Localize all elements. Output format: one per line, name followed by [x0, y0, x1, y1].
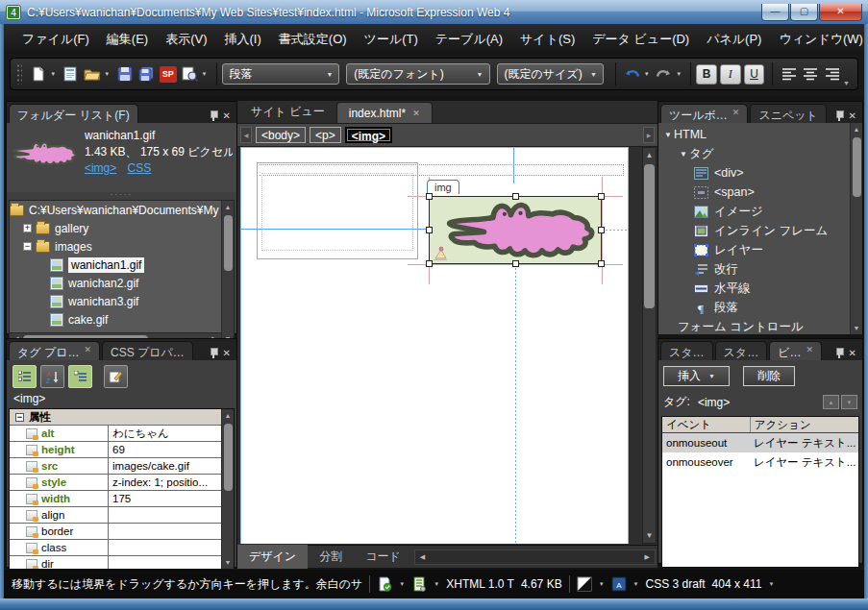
code-errors-icon[interactable] [411, 576, 427, 592]
move-down-button[interactable]: ▼ [841, 395, 857, 409]
resize-handle-se[interactable] [598, 260, 605, 267]
categorized-view-button[interactable] [12, 365, 37, 388]
scroll-thumb[interactable] [224, 424, 233, 491]
quicktag-scroll-left[interactable]: ◀ [240, 127, 252, 143]
tag-properties-tab[interactable]: タグ プロ… ✕ [9, 341, 100, 360]
maximize-button[interactable]: ▢ [790, 4, 818, 21]
scroll-thumb[interactable] [224, 215, 233, 271]
menu-item[interactable]: データ ビュー(D) [583, 26, 698, 53]
empty-layer-box[interactable] [257, 162, 418, 259]
toolbox-vertical-scrollbar[interactable]: ▲ ▼ [850, 123, 862, 334]
folder-list-tab[interactable]: フォルダー リスト(F) [9, 104, 138, 123]
panel-splitter[interactable]: ····· [7, 192, 236, 200]
bold-button[interactable]: B [696, 64, 717, 85]
scroll-right-icon[interactable]: ▶ [640, 553, 655, 561]
superpreview-button[interactable]: SP [157, 62, 179, 85]
attribute-row[interactable]: height69 [10, 442, 221, 458]
scroll-thumb[interactable] [644, 164, 655, 308]
close-icon[interactable]: ✕ [223, 348, 231, 358]
close-icon[interactable]: ✕ [732, 108, 740, 123]
toolbox-item-レイヤー[interactable]: レイヤー [662, 240, 849, 259]
underline-button[interactable]: U [744, 64, 765, 85]
css-mode-icon[interactable]: A [611, 576, 627, 592]
italic-button[interactable]: I [720, 64, 741, 85]
resize-handle-w[interactable] [426, 227, 433, 233]
menu-item[interactable]: ウィンドウ(W) [770, 26, 868, 53]
design-view-tab[interactable]: デザイン [237, 545, 308, 569]
attribute-row[interactable]: align [10, 507, 221, 524]
design-canvas[interactable]: img [240, 147, 629, 544]
menu-item[interactable]: 挿入(I) [216, 26, 270, 53]
toolbox-item-改行[interactable]: 改行 [662, 259, 849, 279]
toolbox-item-段落[interactable]: ¶段落 [662, 298, 849, 317]
chevron-down-icon[interactable]: ▼ [434, 581, 439, 587]
resize-handle-ne[interactable] [598, 193, 605, 200]
list-item-file[interactable]: cake.gif [10, 310, 221, 329]
attribute-row[interactable]: altわにちゃん [10, 426, 221, 442]
redo-dropdown[interactable]: ▼ [676, 71, 682, 77]
close-icon[interactable]: ✕ [412, 109, 420, 118]
page-dimensions-indicator[interactable]: 404 x 411 [712, 577, 762, 591]
save-all-button[interactable] [136, 62, 158, 85]
split-view-tab[interactable]: 分割 [308, 545, 354, 569]
toolbar-overflow-dropdown[interactable]: ▼ [843, 80, 852, 89]
site-view-tab[interactable]: サイト ビュー [239, 100, 336, 123]
scroll-up-icon[interactable]: ▲ [225, 409, 232, 422]
table-row[interactable]: onmouseoutレイヤー テキスト... [662, 433, 858, 452]
toolbox-item-水平線[interactable]: 水平線 [662, 279, 849, 298]
open-button[interactable] [82, 62, 104, 85]
list-item-file[interactable]: wanichan3.gif [10, 292, 221, 310]
toolbox-group-tags[interactable]: ▼タグ [662, 144, 849, 163]
editor-vertical-scrollbar[interactable]: ▲ ▼ [642, 147, 657, 544]
attributes-vertical-scrollbar[interactable]: ▲ ▼ [221, 409, 234, 569]
compatibility-check-icon[interactable] [377, 576, 392, 592]
menu-item[interactable]: 表示(V) [157, 26, 215, 53]
menu-item[interactable]: 書式設定(O) [270, 26, 356, 53]
img-tag-link[interactable]: <img> [85, 161, 116, 175]
css-schema-indicator[interactable]: CSS 3 draft [646, 577, 706, 591]
scroll-down-icon[interactable]: ▼ [854, 322, 860, 334]
attribute-row[interactable]: border [10, 524, 221, 540]
attribute-value-cell[interactable]: z-index: 1; positio... [109, 476, 221, 488]
toolbox-tab[interactable]: ツールボ… ✕ [660, 104, 748, 123]
menu-item[interactable]: テーブル(A) [427, 26, 511, 53]
close-icon[interactable]: ✕ [849, 110, 856, 121]
style-dropdown[interactable]: 段落 ▼ [222, 63, 340, 85]
list-item-file[interactable]: wanichan1.gif [10, 256, 221, 274]
scroll-up-icon[interactable]: ▲ [225, 201, 232, 213]
toolbox-item-div[interactable]: <div> [662, 163, 849, 183]
chevron-down-icon[interactable]: ▼ [599, 581, 605, 587]
resize-handle-nw[interactable] [426, 193, 433, 200]
minimize-button[interactable]: — [761, 4, 789, 21]
folder-tree-vertical-scrollbar[interactable]: ▲ ▼ [221, 201, 234, 345]
attribute-value-cell[interactable]: 175 [109, 493, 221, 504]
menu-item[interactable]: ツール(T) [356, 26, 427, 53]
document-tab[interactable]: index.html* ✕ [336, 102, 433, 123]
pin-icon[interactable] [835, 348, 843, 358]
preview-in-browser-button[interactable] [179, 62, 201, 85]
alphabetical-sort-button[interactable]: AZ [40, 365, 64, 388]
toolbox-item-cutoff[interactable]: フォーム コントロール [662, 317, 849, 334]
move-up-button[interactable]: ▲ [823, 395, 839, 409]
align-left-button[interactable] [778, 62, 800, 85]
table-row[interactable]: onmouseoverレイヤー テキスト... [662, 452, 858, 472]
delete-behavior-button[interactable]: 削除 [743, 366, 795, 386]
attribute-row[interactable]: srcimages/cake.gif [10, 458, 221, 475]
menu-item[interactable]: サイト(S) [511, 26, 583, 53]
css-properties-tab[interactable]: CSS プロパ… [102, 341, 193, 360]
resize-handle-e[interactable] [598, 227, 605, 233]
chevron-down-icon[interactable]: ▼ [399, 581, 405, 587]
close-icon[interactable]: ✕ [84, 345, 91, 360]
breadcrumb-p-tag[interactable]: <p> [310, 127, 341, 143]
css-link[interactable]: CSS [128, 161, 152, 175]
toolbox-group-html[interactable]: ▼HTML [662, 125, 849, 144]
style-application-tab[interactable]: スタ… [715, 341, 768, 360]
snippets-tab[interactable]: スニペット [750, 104, 826, 123]
open-dropdown[interactable]: ▼ [104, 71, 110, 77]
redo-button[interactable] [654, 62, 676, 85]
font-dropdown[interactable]: (既定のフォント) ▼ [346, 63, 489, 85]
attributes-section-row[interactable]: −属性 [10, 409, 221, 426]
close-button[interactable]: ✕ [819, 4, 862, 21]
show-set-properties-button[interactable] [68, 365, 92, 388]
scroll-up-icon[interactable]: ▲ [646, 148, 654, 162]
